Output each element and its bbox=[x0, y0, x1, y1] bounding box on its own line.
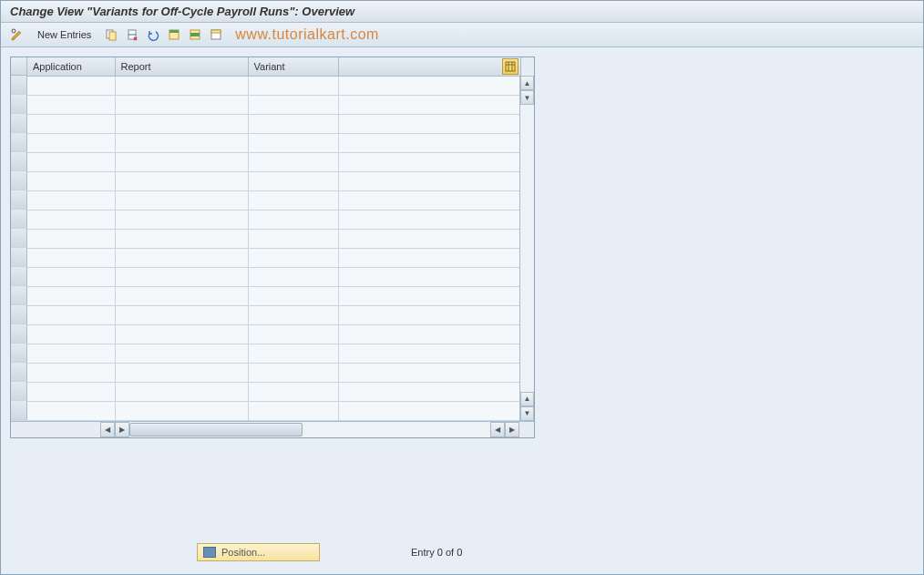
table-cell[interactable] bbox=[248, 363, 338, 382]
table-cell[interactable] bbox=[338, 152, 520, 171]
column-header-report[interactable]: Report bbox=[115, 57, 248, 76]
table-cell[interactable] bbox=[115, 152, 248, 171]
table-cell[interactable] bbox=[248, 401, 338, 420]
vertical-scrollbar[interactable]: ▲ ▼ ▲ ▼ bbox=[519, 76, 534, 421]
column-header-variant[interactable]: Variant bbox=[248, 57, 338, 76]
table-cell[interactable] bbox=[115, 114, 248, 133]
table-cell[interactable] bbox=[338, 248, 520, 267]
row-selector[interactable] bbox=[11, 363, 27, 382]
deselect-all-button[interactable] bbox=[207, 26, 225, 44]
row-selector[interactable] bbox=[11, 190, 27, 210]
table-cell[interactable] bbox=[338, 190, 520, 210]
hscroll-thumb[interactable] bbox=[129, 423, 303, 436]
table-cell[interactable] bbox=[27, 171, 115, 190]
table-cell[interactable] bbox=[338, 401, 520, 420]
scroll-left-button[interactable]: ◀ bbox=[100, 422, 115, 437]
table-cell[interactable] bbox=[248, 267, 338, 286]
table-cell[interactable] bbox=[27, 286, 115, 305]
table-cell[interactable] bbox=[115, 324, 248, 344]
table-cell[interactable] bbox=[115, 210, 248, 229]
table-cell[interactable] bbox=[338, 286, 520, 305]
table-cell[interactable] bbox=[248, 248, 338, 267]
table-cell[interactable] bbox=[27, 248, 115, 267]
table-cell[interactable] bbox=[338, 171, 520, 190]
table-cell[interactable] bbox=[248, 133, 338, 152]
row-selector[interactable] bbox=[11, 401, 27, 420]
table-cell[interactable] bbox=[27, 382, 115, 401]
delete-button[interactable] bbox=[123, 26, 141, 44]
row-selector[interactable] bbox=[11, 152, 27, 171]
table-cell[interactable] bbox=[248, 229, 338, 248]
table-cell[interactable] bbox=[27, 190, 115, 210]
row-selector[interactable] bbox=[11, 210, 27, 229]
table-cell[interactable] bbox=[338, 114, 520, 133]
scroll-up-step-button[interactable]: ▼ bbox=[520, 90, 534, 105]
table-cell[interactable] bbox=[248, 210, 338, 229]
table-cell[interactable] bbox=[115, 190, 248, 210]
select-all-button[interactable] bbox=[165, 26, 183, 44]
table-cell[interactable] bbox=[115, 76, 248, 95]
table-cell[interactable] bbox=[338, 344, 520, 363]
table-cell[interactable] bbox=[115, 248, 248, 267]
scroll-down-button[interactable]: ▼ bbox=[520, 406, 534, 421]
table-cell[interactable] bbox=[248, 286, 338, 305]
table-cell[interactable] bbox=[27, 76, 115, 95]
table-cell[interactable] bbox=[248, 344, 338, 363]
row-selector[interactable] bbox=[11, 324, 27, 344]
table-settings-button[interactable] bbox=[502, 58, 518, 75]
row-selector[interactable] bbox=[11, 267, 27, 286]
undo-button[interactable] bbox=[144, 26, 162, 44]
table-cell[interactable] bbox=[27, 133, 115, 152]
table-cell[interactable] bbox=[115, 95, 248, 114]
table-cell[interactable] bbox=[115, 344, 248, 363]
row-selector[interactable] bbox=[11, 229, 27, 248]
select-block-button[interactable] bbox=[186, 26, 204, 44]
table-cell[interactable] bbox=[248, 114, 338, 133]
table-cell[interactable] bbox=[115, 305, 248, 324]
selector-header[interactable] bbox=[11, 57, 27, 76]
table-cell[interactable] bbox=[27, 152, 115, 171]
table-cell[interactable] bbox=[115, 133, 248, 152]
table-cell[interactable] bbox=[115, 286, 248, 305]
table-cell[interactable] bbox=[338, 324, 520, 344]
table-cell[interactable] bbox=[248, 95, 338, 114]
row-selector[interactable] bbox=[11, 76, 27, 95]
table-cell[interactable] bbox=[248, 190, 338, 210]
row-selector[interactable] bbox=[11, 171, 27, 190]
table-cell[interactable] bbox=[115, 363, 248, 382]
scroll-right-step-button[interactable]: ◀ bbox=[490, 422, 505, 437]
scroll-right-button[interactable]: ▶ bbox=[505, 422, 519, 437]
row-selector[interactable] bbox=[11, 305, 27, 324]
table-cell[interactable] bbox=[248, 324, 338, 344]
table-cell[interactable] bbox=[248, 382, 338, 401]
toggle-display-change-button[interactable] bbox=[8, 26, 26, 44]
table-cell[interactable] bbox=[27, 363, 115, 382]
row-selector[interactable] bbox=[11, 95, 27, 114]
row-selector[interactable] bbox=[11, 133, 27, 152]
table-cell[interactable] bbox=[27, 267, 115, 286]
row-selector[interactable] bbox=[11, 248, 27, 267]
table-cell[interactable] bbox=[27, 210, 115, 229]
table-cell[interactable] bbox=[248, 152, 338, 171]
hscroll-track[interactable] bbox=[129, 422, 490, 437]
copy-as-button[interactable] bbox=[102, 26, 120, 44]
column-header-application[interactable]: Application bbox=[27, 57, 115, 76]
table-cell[interactable] bbox=[115, 382, 248, 401]
table-cell[interactable] bbox=[115, 229, 248, 248]
table-cell[interactable] bbox=[338, 95, 520, 114]
table-cell[interactable] bbox=[248, 305, 338, 324]
vscroll-track[interactable] bbox=[520, 105, 534, 392]
row-selector[interactable] bbox=[11, 286, 27, 305]
table-cell[interactable] bbox=[338, 229, 520, 248]
table-cell[interactable] bbox=[338, 267, 520, 286]
table-cell[interactable] bbox=[338, 382, 520, 401]
table-cell[interactable] bbox=[338, 305, 520, 324]
table-cell[interactable] bbox=[27, 114, 115, 133]
new-entries-button[interactable]: New Entries bbox=[29, 26, 99, 43]
table-cell[interactable] bbox=[248, 76, 338, 95]
row-selector[interactable] bbox=[11, 114, 27, 133]
table-cell[interactable] bbox=[27, 229, 115, 248]
table-cell[interactable] bbox=[27, 95, 115, 114]
table-cell[interactable] bbox=[115, 267, 248, 286]
scroll-down-step-button[interactable]: ▲ bbox=[520, 392, 534, 406]
